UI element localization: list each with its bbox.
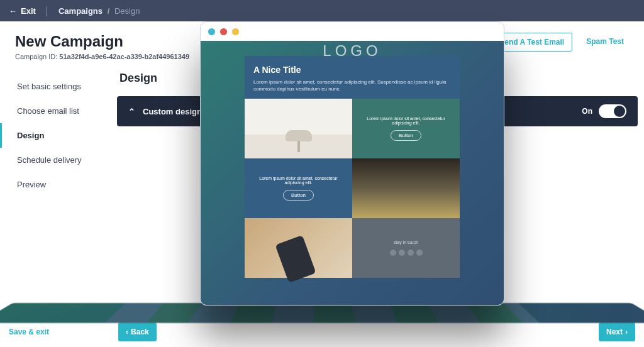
chevron-right-icon: › — [625, 328, 628, 336]
template-toggle[interactable] — [599, 104, 626, 118]
social-icons — [390, 250, 423, 256]
email-cell-teal: Lorem ipsum dolor sit amet, consectetur … — [352, 99, 460, 158]
back-label: Back — [131, 328, 149, 336]
spam-test-button[interactable]: Spam Test — [579, 33, 631, 50]
sidebar-item-schedule[interactable]: Schedule delivery — [0, 148, 111, 172]
arrow-left-icon: ← — [9, 6, 17, 16]
window-chrome — [201, 22, 504, 41]
chevron-up-icon: ⌃ — [128, 107, 135, 116]
sidebar-item-basic-settings[interactable]: Set basic settings — [0, 74, 111, 99]
social-icon — [399, 250, 405, 256]
exit-label: Exit — [21, 6, 36, 16]
chevron-left-icon: ‹ — [126, 328, 128, 336]
stay-in-touch: stay in touch — [394, 240, 418, 245]
email-cell-blue: Lorem ipsum dolor sit amet, consectetur … — [245, 158, 352, 218]
page-title: New Campaign — [15, 33, 189, 50]
back-button[interactable]: ‹ Back — [118, 322, 157, 341]
hero-title: A Nice Title — [253, 65, 451, 75]
cell-text: Lorem ipsum dolor sit amet, consectetur … — [251, 176, 346, 185]
next-label: Next — [606, 328, 623, 336]
campaign-id-value: 51a32f4d-a9e6-42ac-a339-b2af44961349 — [59, 53, 189, 60]
breadcrumb[interactable]: Campaigns / Design — [58, 6, 140, 16]
breadcrumb-root: Campaigns — [58, 6, 103, 16]
save-and-exit-button[interactable]: Save & exit — [9, 328, 49, 336]
email-button: Button — [391, 130, 421, 141]
email-image-phone — [245, 218, 352, 278]
social-icon — [408, 250, 414, 256]
email-logo: LOGO — [245, 41, 460, 56]
preview-reflection — [0, 303, 644, 323]
social-icon — [390, 250, 396, 256]
step-sidebar: Set basic settings Choose email list Des… — [0, 63, 111, 197]
sidebar-item-design[interactable]: Design — [0, 123, 111, 148]
breadcrumb-sep: / — [108, 6, 110, 16]
email-cell-stay: stay in touch — [352, 218, 460, 278]
social-icon — [416, 250, 423, 256]
sidebar-item-email-list[interactable]: Choose email list — [0, 99, 111, 123]
exit-button[interactable]: ← Exit — [9, 6, 36, 16]
template-preview-window: LOGO A Nice Title Lorem ipsum dolor sit … — [200, 21, 504, 306]
window-dot-2 — [220, 28, 227, 35]
window-dot-3 — [232, 28, 239, 35]
cell-text: Lorem ipsum dolor sit amet, consectetur … — [358, 116, 453, 125]
email-image-chair — [245, 99, 352, 158]
email-image-bus — [352, 158, 460, 218]
email-hero: A Nice Title Lorem ipsum dolor sit amet,… — [245, 56, 460, 99]
next-button[interactable]: Next › — [599, 322, 635, 341]
email-button: Button — [283, 190, 314, 201]
toggle-label: On — [582, 107, 592, 116]
campaign-id-label: Campaign ID: — [15, 53, 57, 60]
window-dot-1 — [208, 28, 215, 35]
breadcrumb-current: Design — [114, 6, 140, 16]
hero-body: Lorem ipsum dolor sit amet, consectetur … — [253, 79, 451, 92]
sidebar-item-preview[interactable]: Preview — [0, 172, 111, 197]
separator: │ — [45, 6, 50, 16]
